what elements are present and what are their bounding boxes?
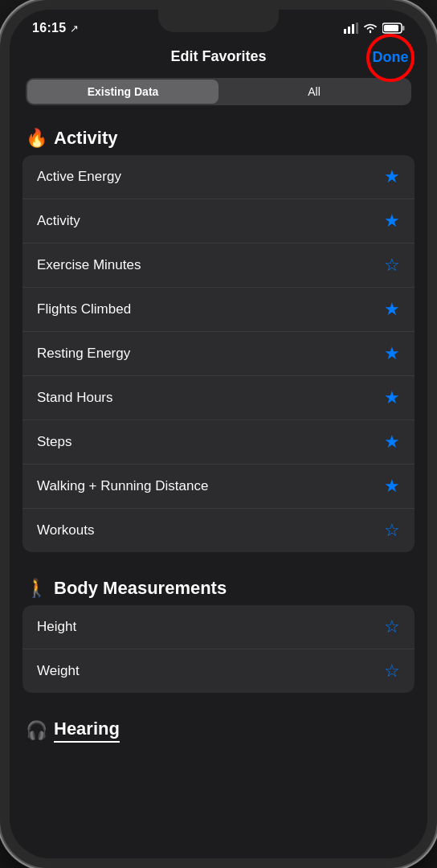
- activity-icon: 🔥: [26, 128, 47, 149]
- list-item: Height ☆: [22, 605, 415, 649]
- navigation-bar: Edit Favorites Done: [10, 40, 427, 75]
- item-label: Stand Hours: [37, 390, 113, 406]
- body-measurements-title: Body Measurements: [54, 578, 227, 599]
- svg-rect-5: [384, 25, 398, 31]
- battery-icon: [382, 23, 405, 34]
- done-button[interactable]: Done: [366, 34, 415, 82]
- svg-rect-2: [352, 24, 354, 34]
- item-label: Activity: [37, 213, 80, 229]
- star-active-energy[interactable]: ★: [384, 166, 400, 187]
- star-resting-energy[interactable]: ★: [384, 343, 400, 364]
- list-item: Flights Climbed ★: [22, 288, 415, 332]
- time: 16:15: [32, 21, 66, 35]
- item-label: Walking + Running Distance: [37, 478, 208, 494]
- list-item: Active Energy ★: [22, 155, 415, 199]
- list-item: Walking + Running Distance ★: [22, 465, 415, 509]
- activity-section-header: 🔥 Activity: [10, 118, 427, 155]
- star-activity[interactable]: ★: [384, 211, 400, 231]
- hearing-icon: 🎧: [26, 720, 47, 741]
- star-exercise-minutes[interactable]: ☆: [384, 255, 400, 276]
- star-weight[interactable]: ☆: [384, 661, 400, 682]
- phone-screen: 16:15 ↗: [10, 10, 427, 858]
- hearing-title: Hearing: [54, 719, 120, 743]
- item-label: Resting Energy: [37, 346, 130, 362]
- item-label: Steps: [37, 434, 71, 450]
- list-item: Resting Energy ★: [22, 332, 415, 376]
- svg-rect-0: [344, 29, 346, 34]
- nav-title: Edit Favorites: [170, 48, 266, 65]
- location-arrow: ↗: [70, 23, 79, 35]
- list-item: Workouts ☆: [22, 509, 415, 552]
- body-measurements-list: Height ☆ Weight ☆: [22, 605, 415, 693]
- star-stand-hours[interactable]: ★: [384, 387, 400, 408]
- list-item: Weight ☆: [22, 649, 415, 693]
- body-measurements-icon: 🚶: [26, 578, 47, 599]
- item-label: Exercise Minutes: [37, 257, 141, 273]
- item-label: Active Energy: [37, 169, 121, 185]
- done-label: Done: [373, 49, 409, 66]
- segment-all[interactable]: All: [218, 80, 410, 104]
- body-measurements-section-header: 🚶 Body Measurements: [10, 568, 427, 605]
- list-item: Steps ★: [22, 420, 415, 465]
- signal-icon: [344, 23, 358, 34]
- segment-control: Existing Data All: [26, 78, 411, 105]
- item-label: Height: [37, 619, 76, 635]
- star-height[interactable]: ☆: [384, 616, 400, 637]
- star-flights-climbed[interactable]: ★: [384, 299, 400, 320]
- star-workouts[interactable]: ☆: [384, 520, 400, 541]
- item-label: Weight: [37, 663, 80, 679]
- done-button-wrapper: Done: [366, 34, 415, 82]
- star-walking-running[interactable]: ★: [384, 476, 400, 497]
- status-icons: [344, 23, 405, 34]
- activity-list: Active Energy ★ Activity ★ Exercise Minu…: [22, 155, 415, 552]
- hearing-section-header: 🎧 Hearing: [10, 709, 427, 749]
- list-item: Activity ★: [22, 199, 415, 244]
- svg-rect-6: [402, 26, 405, 31]
- item-label: Workouts: [37, 522, 95, 538]
- done-circle: Done: [366, 34, 415, 82]
- svg-rect-1: [348, 27, 350, 34]
- list-item: Stand Hours ★: [22, 376, 415, 420]
- item-label: Flights Climbed: [37, 301, 131, 317]
- svg-rect-3: [356, 23, 358, 34]
- list-item: Exercise Minutes ☆: [22, 244, 415, 288]
- star-steps[interactable]: ★: [384, 432, 400, 452]
- wifi-icon: [363, 23, 378, 34]
- notch: [158, 10, 279, 32]
- phone-frame: 16:15 ↗: [0, 0, 437, 868]
- main-content: 🔥 Activity Active Energy ★ Activity ★ Ex…: [10, 118, 427, 838]
- time-display: 16:15 ↗: [32, 21, 79, 35]
- segment-existing-data[interactable]: Existing Data: [27, 80, 218, 104]
- activity-title: Activity: [54, 128, 117, 149]
